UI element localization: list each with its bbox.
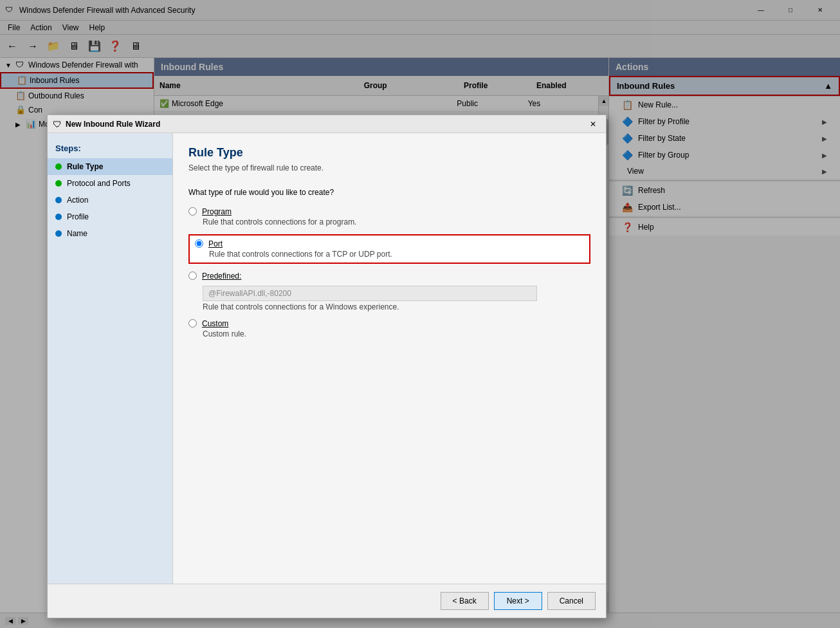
radio-option-custom: Custom Custom rule. [188,319,590,338]
radio-title-predefined: Predefined: [202,272,241,281]
step-label-rule-type: Rule Type [67,162,103,171]
wizard-page-subtitle: Select the type of firewall rule to crea… [188,163,590,172]
radio-label-program[interactable]: Program [188,207,590,216]
radio-desc-predefined: Rule that controls connections for a Win… [203,302,590,311]
radio-title-program: Program [202,207,232,216]
step-label-action: Action [67,196,88,205]
radio-label-predefined[interactable]: Predefined: [188,272,590,281]
wizard-body: Steps: Rule Type Protocol and Ports Acti… [48,133,606,584]
wizard-title-bar: 🛡 New Inbound Rule Wizard ✕ [48,115,606,133]
step-dot-name [55,230,62,237]
wizard-step-name[interactable]: Name [48,225,172,242]
steps-label: Steps: [48,143,172,158]
radio-program[interactable] [188,207,197,216]
step-label-name: Name [67,229,87,238]
step-label-protocol: Protocol and Ports [67,179,131,188]
radio-title-port: Port [208,239,223,248]
radio-label-port[interactable]: Port [195,239,584,248]
wizard-content: Rule Type Select the type of firewall ru… [173,133,606,584]
radio-port[interactable] [195,239,203,248]
wizard-step-action[interactable]: Action [48,192,172,208]
back-button[interactable]: < Back [441,592,489,610]
wizard-page-title: Rule Type [188,146,590,160]
wizard-window: 🛡 New Inbound Rule Wizard ✕ Steps: Rule … [47,115,607,618]
radio-desc-custom: Custom rule. [203,329,590,338]
radio-desc-program: Rule that controls connections for a pro… [203,217,590,226]
radio-title-custom: Custom [202,319,228,328]
wizard-steps-panel: Steps: Rule Type Protocol and Ports Acti… [48,133,173,584]
radio-custom[interactable] [188,319,197,328]
wizard-step-protocol[interactable]: Protocol and Ports [48,175,172,192]
wizard-step-rule-type[interactable]: Rule Type [48,158,172,175]
predefined-input[interactable] [203,286,537,301]
wizard-title-text: New Inbound Rule Wizard [66,120,585,129]
next-button[interactable]: Next > [494,592,542,610]
step-dot-action [55,197,62,203]
radio-label-custom[interactable]: Custom [188,319,590,328]
radio-predefined[interactable] [188,272,197,280]
step-dot-rule-type [55,163,62,170]
wizard-question: What type of rule would you like to crea… [188,188,590,197]
wizard-footer: < Back Next > Cancel [48,584,606,618]
wizard-title-icon: 🛡 [53,119,62,129]
wizard-close-button[interactable]: ✕ [585,117,601,131]
radio-desc-port: Rule that controls connections for a TCP… [209,250,584,259]
radio-option-port-selected: Port Rule that controls connections for … [188,234,590,264]
step-label-profile: Profile [67,212,89,221]
step-dot-profile [55,214,62,220]
radio-option-predefined: Predefined: Rule that controls connectio… [188,272,590,311]
cancel-button[interactable]: Cancel [547,592,596,610]
wizard-step-profile[interactable]: Profile [48,208,172,225]
radio-option-program: Program Rule that controls connections f… [188,207,590,226]
step-dot-protocol [55,180,62,187]
